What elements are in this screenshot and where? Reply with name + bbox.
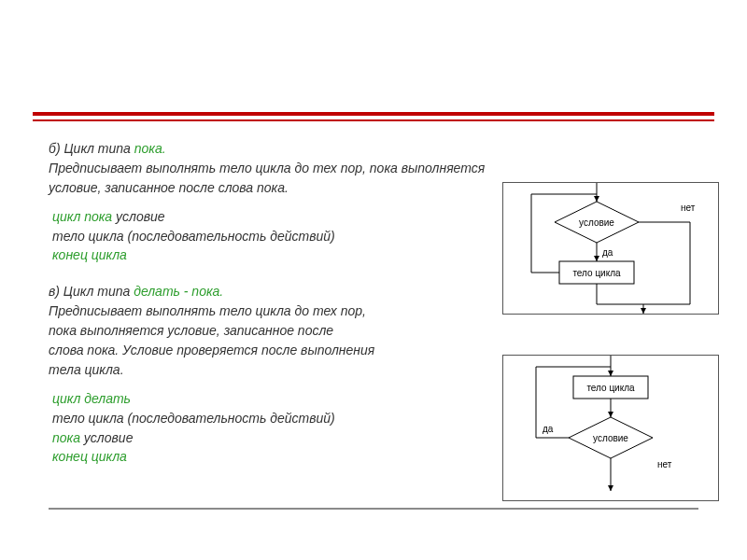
no-label: нет bbox=[657, 459, 672, 469]
body-label: тело цикла bbox=[572, 268, 621, 278]
decorative-footer-rule bbox=[49, 508, 698, 510]
svg-marker-4 bbox=[594, 256, 599, 261]
decorative-rule bbox=[33, 112, 714, 121]
keyword: пока bbox=[52, 430, 80, 445]
svg-marker-1 bbox=[594, 196, 599, 202]
svg-marker-14 bbox=[641, 308, 646, 314]
text: б) Цикл типа bbox=[49, 141, 134, 156]
text: в) Цикл типа bbox=[49, 284, 134, 299]
yes-label: да bbox=[543, 424, 554, 434]
text: условие bbox=[112, 209, 164, 224]
flowchart-while: условие да тело цикла нет bbox=[502, 182, 719, 315]
condition-label: условие bbox=[593, 433, 628, 443]
section-v-desc-line2: пока выполняется условие, записанное пос… bbox=[49, 322, 698, 340]
svg-marker-16 bbox=[608, 371, 613, 376]
flowchart-do-while: тело цикла условие да нет bbox=[502, 355, 719, 501]
section-b-desc-line1: Предписывает выполнять тело цикла до тех… bbox=[49, 160, 698, 177]
text: условие bbox=[80, 430, 133, 445]
svg-marker-25 bbox=[608, 485, 613, 491]
condition-label: условие bbox=[579, 217, 614, 228]
no-label: нет bbox=[681, 203, 696, 213]
keyword: цикл пока bbox=[52, 209, 112, 224]
section-b-title: б) Цикл типа пока. bbox=[49, 140, 698, 158]
svg-marker-19 bbox=[608, 412, 613, 417]
keyword: пока. bbox=[134, 141, 166, 156]
body-label: тело цикла bbox=[586, 383, 635, 393]
yes-label: да bbox=[602, 247, 613, 258]
keyword: делать - пока. bbox=[134, 284, 223, 299]
